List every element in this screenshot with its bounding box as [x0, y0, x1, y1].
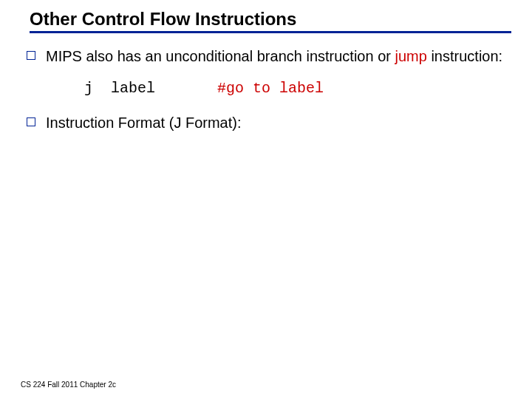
- bullet-1-text: MIPS also has an unconditional branch in…: [46, 47, 502, 66]
- footer-text: CS 224 Fall 2011 Chapter 2c: [21, 381, 116, 389]
- bullet-1-jump: jump: [395, 48, 427, 64]
- slide-title: Other Control Flow Instructions: [30, 9, 511, 33]
- bullet-marker-icon: [27, 51, 35, 60]
- code-instr: j label: [84, 80, 217, 97]
- bullet-1: MIPS also has an unconditional branch in…: [27, 47, 505, 66]
- bullet-2: Instruction Format (J Format):: [27, 113, 505, 133]
- title-block: Other Control Flow Instructions: [21, 9, 511, 33]
- bullet-1-post: instruction:: [427, 48, 502, 64]
- content-area: MIPS also has an unconditional branch in…: [21, 33, 511, 133]
- slide: Other Control Flow Instructions MIPS als…: [0, 0, 532, 399]
- bullet-1-pre: MIPS also has an unconditional branch in…: [46, 48, 395, 64]
- code-line: j label #go to label: [84, 80, 505, 97]
- bullet-marker-icon: [27, 117, 35, 126]
- code-comment: #go to label: [217, 80, 324, 97]
- bullet-2-text: Instruction Format (J Format):: [46, 113, 242, 133]
